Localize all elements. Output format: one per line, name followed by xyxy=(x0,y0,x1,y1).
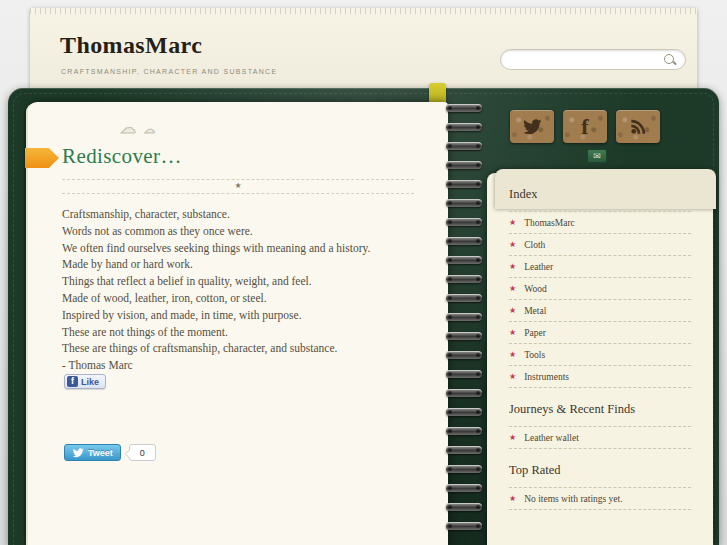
spiral-ring xyxy=(446,256,482,264)
like-label: Like xyxy=(81,377,99,387)
post-line: Made by hand or hard work. xyxy=(62,256,427,273)
sidebar-item-paper[interactable]: ★Paper xyxy=(509,322,691,344)
social-links: f xyxy=(510,110,660,143)
post-page: ☁☁ Rediscover… ★ Craftsmanship, characte… xyxy=(28,102,448,545)
sidebar-item-label: Leather xyxy=(524,262,553,272)
spiral-ring xyxy=(446,389,482,397)
facebook-like-button[interactable]: f Like xyxy=(64,374,106,389)
main-panel: ☁☁ Rediscover… ★ Craftsmanship, characte… xyxy=(8,88,719,545)
sidebar-heading-index: Index xyxy=(509,173,691,212)
sidebar-item-wood[interactable]: ★Wood xyxy=(509,278,691,300)
search-icon[interactable] xyxy=(664,54,677,67)
sidebar-item-label: Metal xyxy=(524,306,546,316)
sidebar-heading-top-rated: Top Rated xyxy=(509,449,691,488)
sidebar-item-thomasmarc[interactable]: ★ThomasMarc xyxy=(509,212,691,234)
post-line: We often find ourselves seeking things w… xyxy=(62,240,427,257)
spiral-ring xyxy=(446,465,482,473)
spiral-ring xyxy=(446,446,482,454)
twitter-bird-icon xyxy=(72,447,84,459)
star-bullet-icon: ★ xyxy=(509,285,516,293)
sidebar: Index ★ThomasMarc ★Cloth ★Leather ★Wood … xyxy=(487,173,713,545)
post-line: Inspired by vision, and made, in time, w… xyxy=(62,307,427,324)
star-bullet-icon: ★ xyxy=(509,241,516,249)
site-title[interactable]: ThomasMarc xyxy=(60,32,202,59)
star-bullet-icon: ★ xyxy=(509,434,516,442)
star-bullet-icon: ★ xyxy=(509,495,516,503)
facebook-icon: f xyxy=(581,116,588,138)
star-bullet-icon: ★ xyxy=(509,329,516,337)
sidebar-item-cloth[interactable]: ★Cloth xyxy=(509,234,691,256)
sidebar-item-label: Tools xyxy=(524,350,545,360)
sidebar-item-label: Wood xyxy=(524,284,546,294)
post-line: - Thomas Marc xyxy=(62,357,427,374)
facebook-link[interactable]: f xyxy=(563,110,607,143)
tweet-label: Tweet xyxy=(88,448,113,458)
post-line: Craftsmanship, character, substance. xyxy=(62,206,427,223)
star-bullet-icon: ★ xyxy=(509,351,516,359)
facebook-icon: f xyxy=(67,376,78,387)
spiral-ring xyxy=(446,104,482,112)
rss-icon xyxy=(629,117,648,136)
spiral-ring xyxy=(446,313,482,321)
spiral-ring xyxy=(446,237,482,245)
sidebar-item-metal[interactable]: ★Metal xyxy=(509,300,691,322)
site-tagline: CRAFTSMANSHIP, CHARACTER AND SUBSTANCE xyxy=(61,68,277,75)
post-line: Things that reflect a belief in quality,… xyxy=(62,273,427,290)
tweet-button[interactable]: Tweet xyxy=(64,444,121,461)
rss-link[interactable] xyxy=(616,110,660,143)
sidebar-item-label: ThomasMarc xyxy=(524,218,575,228)
sidebar-item-label: Leather wallet xyxy=(524,433,579,443)
sidebar-item-instruments[interactable]: ★Instruments xyxy=(509,366,691,388)
star-bullet-icon: ★ xyxy=(509,373,516,381)
spiral-ring xyxy=(446,275,482,283)
tweet-count[interactable]: 0 xyxy=(129,444,156,461)
spiral-ring xyxy=(446,142,482,150)
spiral-ring xyxy=(446,522,482,530)
sidebar-item-label: Paper xyxy=(524,328,546,338)
envelope-icon: ✉ xyxy=(593,151,601,161)
sidebar-item-no-ratings: ★No items with ratings yet. xyxy=(509,488,691,510)
title-separator: ★ xyxy=(62,179,414,194)
email-link[interactable]: ✉ xyxy=(587,149,607,163)
search-input[interactable] xyxy=(511,52,661,68)
cloud-doodle-icon: ☁☁ xyxy=(120,118,163,137)
sidebar-item-leather-wallet[interactable]: ★Leather wallet xyxy=(509,427,691,449)
sidebar-item-leather[interactable]: ★Leather xyxy=(509,256,691,278)
spiral-ring xyxy=(446,408,482,416)
spiral-ring xyxy=(446,503,482,511)
post-title[interactable]: Rediscover… xyxy=(62,144,182,169)
spiral-ring xyxy=(446,484,482,492)
post-body: Craftsmanship, character, substance. Wor… xyxy=(62,206,427,374)
post-line: These are not things of the moment. xyxy=(62,324,427,341)
spiral-ring xyxy=(446,180,482,188)
paper-torn-edge xyxy=(30,8,697,14)
spiral-binding xyxy=(446,104,484,545)
blog-page: ThomasMarc CRAFTSMANSHIP, CHARACTER AND … xyxy=(0,0,727,545)
spiral-ring xyxy=(446,370,482,378)
spiral-ring xyxy=(446,427,482,435)
spiral-ring xyxy=(446,351,482,359)
spiral-ring xyxy=(446,294,482,302)
post-line: These are things of craftsmanship, chara… xyxy=(62,340,427,357)
twitter-link[interactable] xyxy=(510,110,554,143)
spiral-ring xyxy=(446,332,482,340)
search-box xyxy=(500,49,686,70)
spiral-ring xyxy=(446,218,482,226)
spiral-ring xyxy=(446,161,482,169)
spiral-ring xyxy=(446,123,482,131)
tweet-row: Tweet 0 xyxy=(64,444,156,461)
site-header: ThomasMarc CRAFTSMANSHIP, CHARACTER AND … xyxy=(30,8,697,92)
post-line: Words not as common as they once were. xyxy=(62,223,427,240)
sidebar-item-label: No items with ratings yet. xyxy=(524,494,622,504)
star-bullet-icon: ★ xyxy=(509,219,516,227)
spiral-ring xyxy=(446,199,482,207)
star-bullet-icon: ★ xyxy=(509,307,516,315)
post-line: Made of wood, leather, iron, cotton, or … xyxy=(62,290,427,307)
sidebar-item-label: Cloth xyxy=(524,240,545,250)
sidebar-heading-journeys: Journeys & Recent Finds xyxy=(509,388,691,427)
twitter-icon xyxy=(522,117,542,137)
separator-star-icon: ★ xyxy=(234,181,241,190)
sidebar-item-label: Instruments xyxy=(524,372,569,382)
sidebar-item-tools[interactable]: ★Tools xyxy=(509,344,691,366)
star-bullet-icon: ★ xyxy=(509,263,516,271)
